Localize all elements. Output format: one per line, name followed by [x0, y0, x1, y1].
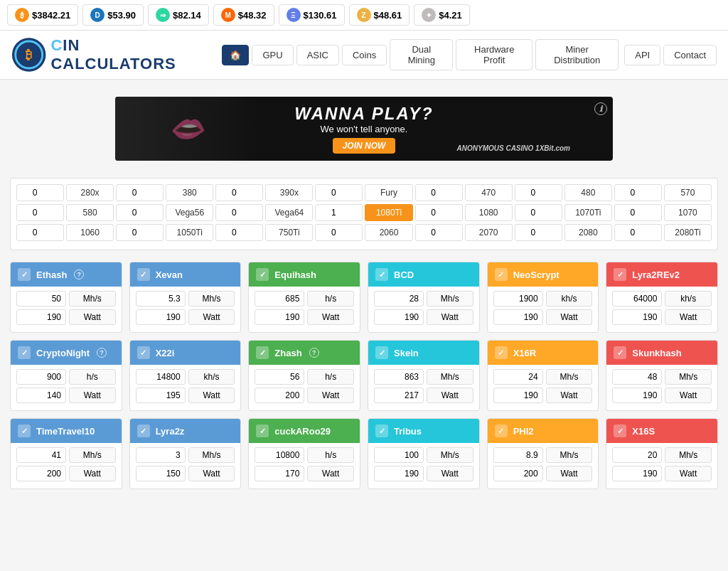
gpu-input-750ti[interactable]: [215, 224, 263, 241]
algo-hashrate-input-skein[interactable]: [374, 369, 424, 385]
algo-name-equihash: Equihash: [274, 270, 316, 280]
algo-watt-input-skunkhash[interactable]: [612, 388, 662, 403]
gpu-input-vega56[interactable]: [116, 204, 164, 221]
gpu-input-580[interactable]: [16, 204, 64, 221]
algo-watt-input-cuckaroo29[interactable]: [255, 466, 304, 481]
algo-hashrate-input-cryptonight[interactable]: [16, 369, 66, 385]
algo-checkbox-equihash[interactable]: ✓: [256, 268, 269, 281]
nav-btn-asic[interactable]: ASIC: [296, 45, 339, 65]
gpu-input-1070[interactable]: [614, 204, 662, 221]
algo-help-icon-zhash[interactable]: ?: [309, 348, 319, 358]
gpu-input-380[interactable]: [116, 184, 164, 201]
algo-watt-input-equihash[interactable]: [255, 309, 304, 325]
algo-checkbox-lyra2z[interactable]: ✓: [137, 425, 150, 437]
algo-hashrate-input-neoscrypt[interactable]: [493, 291, 543, 306]
algo-watt-input-neoscrypt[interactable]: [493, 309, 543, 325]
ticker-price: $48.61: [374, 10, 402, 21]
algo-checkbox-neoscrypt[interactable]: ✓: [495, 268, 508, 281]
algo-hashrate-input-lyra2z[interactable]: [136, 447, 186, 463]
algo-checkbox-cuckaroo29[interactable]: ✓: [256, 425, 269, 437]
algo-hashrate-input-ethash[interactable]: [16, 291, 66, 306]
banner-info-icon[interactable]: ℹ: [594, 102, 607, 115]
algo-hashrate-input-skunkhash[interactable]: [612, 369, 662, 385]
nav-home-button[interactable]: 🏠: [222, 45, 249, 65]
ticker-item-dash2[interactable]: ⇒$82.14: [148, 4, 209, 26]
gpu-input-1050ti[interactable]: [116, 224, 164, 241]
algo-watt-input-x22i[interactable]: [136, 388, 186, 403]
gpu-input-vega64[interactable]: [215, 204, 263, 221]
ticker-item-xmr[interactable]: M$48.32: [213, 4, 274, 26]
algo-hashrate-input-phi2[interactable]: [493, 447, 543, 463]
algo-hashrate-input-bcd[interactable]: [374, 291, 424, 306]
gpu-input-1080ti[interactable]: [315, 204, 363, 221]
algo-watt-input-lyra2z[interactable]: [136, 466, 186, 481]
nav-btn-api[interactable]: API: [624, 45, 660, 65]
gpu-input-1060[interactable]: [16, 224, 64, 241]
nav-btn-hardware-profit[interactable]: Hardware Profit: [456, 39, 532, 70]
algo-hashrate-input-zhash[interactable]: [255, 369, 304, 385]
nav-btn-gpu[interactable]: GPU: [252, 45, 293, 65]
algo-checkbox-timetravel10[interactable]: ✓: [18, 425, 31, 437]
ticker-item-btc[interactable]: ₿$3842.21: [7, 4, 78, 26]
algo-hashrate-input-lyra2rev2[interactable]: [612, 291, 662, 306]
algo-checkbox-ethash[interactable]: ✓: [18, 268, 31, 281]
algo-hashrate-input-x16s[interactable]: [612, 447, 662, 463]
ticker-item-eth[interactable]: Ξ$130.61: [279, 4, 345, 26]
gpu-input-fury[interactable]: [315, 184, 363, 201]
algo-watt-input-zhash[interactable]: [255, 388, 304, 403]
gpu-input-1070ti[interactable]: [515, 204, 562, 221]
algo-hashrate-input-xevan[interactable]: [136, 291, 186, 306]
algo-watt-input-timetravel10[interactable]: [16, 466, 66, 481]
algo-checkbox-x16r[interactable]: ✓: [495, 346, 508, 359]
gpu-input-480[interactable]: [515, 184, 562, 201]
gpu-input-2080[interactable]: [515, 224, 562, 241]
algo-hashrate-input-x22i[interactable]: [136, 369, 186, 385]
gpu-input-1080[interactable]: [415, 204, 463, 221]
gpu-input-2060[interactable]: [315, 224, 363, 241]
algo-checkbox-x22i[interactable]: ✓: [137, 346, 150, 359]
algo-watt-input-xevan[interactable]: [136, 309, 186, 325]
algo-checkbox-x16s[interactable]: ✓: [614, 425, 626, 437]
algo-checkbox-zhash[interactable]: ✓: [256, 346, 269, 359]
algo-checkbox-cryptonight[interactable]: ✓: [18, 346, 31, 359]
algo-card-zhash: ✓Zhash?h/sWatt: [248, 340, 360, 411]
banner-cta[interactable]: JOIN NOW: [333, 138, 396, 154]
algo-hashrate-input-tribus[interactable]: [374, 447, 424, 463]
algo-checkbox-phi2[interactable]: ✓: [495, 425, 508, 437]
algo-watt-input-skein[interactable]: [374, 388, 424, 403]
algo-watt-input-ethash[interactable]: [16, 309, 66, 325]
algo-checkbox-tribus[interactable]: ✓: [375, 425, 388, 437]
algo-watt-input-bcd[interactable]: [374, 309, 424, 325]
algo-checkbox-xevan[interactable]: ✓: [137, 268, 150, 281]
algo-hashrate-input-x16r[interactable]: [493, 369, 543, 385]
ticker-item-dcr[interactable]: ✦$4.21: [414, 4, 470, 26]
algo-watt-input-x16s[interactable]: [612, 466, 662, 481]
algo-hashrate-input-equihash[interactable]: [255, 291, 304, 306]
algo-watt-input-tribus[interactable]: [374, 466, 424, 481]
ticker-item-zec[interactable]: Z$48.61: [349, 4, 410, 26]
gpu-input-280x[interactable]: [16, 184, 64, 201]
gpu-input-2080ti[interactable]: [614, 224, 662, 241]
algo-hashrate-input-timetravel10[interactable]: [16, 447, 66, 463]
algo-checkbox-skein[interactable]: ✓: [375, 346, 388, 359]
gpu-input-390x[interactable]: [215, 184, 263, 201]
gpu-input-570[interactable]: [614, 184, 662, 201]
nav-btn-contact[interactable]: Contact: [663, 45, 717, 65]
algo-help-icon-ethash[interactable]: ?: [74, 270, 84, 279]
algo-watt-input-lyra2rev2[interactable]: [612, 309, 662, 325]
algo-watt-input-x16r[interactable]: [493, 388, 543, 403]
nav-btn-coins[interactable]: Coins: [342, 45, 387, 65]
algo-checkbox-lyra2rev2[interactable]: ✓: [614, 268, 626, 281]
algo-watt-input-phi2[interactable]: [493, 466, 543, 481]
algo-help-icon-cryptonight[interactable]: ?: [97, 348, 107, 358]
algo-checkbox-bcd[interactable]: ✓: [375, 268, 388, 281]
nav-btn-dual-mining[interactable]: Dual Mining: [390, 39, 453, 70]
algo-watt-input-cryptonight[interactable]: [16, 388, 66, 403]
nav-btn-miner-distribution[interactable]: Miner Distribution: [535, 39, 619, 70]
ticker-item-dash[interactable]: D$53.90: [82, 4, 144, 26]
algo-checkbox-skunkhash[interactable]: ✓: [614, 346, 626, 359]
gpu-input-470[interactable]: [415, 184, 463, 201]
algo-name-cuckaroo29: cuckARoo29: [274, 426, 331, 437]
algo-hashrate-input-cuckaroo29[interactable]: [255, 447, 304, 463]
gpu-input-2070[interactable]: [415, 224, 463, 241]
